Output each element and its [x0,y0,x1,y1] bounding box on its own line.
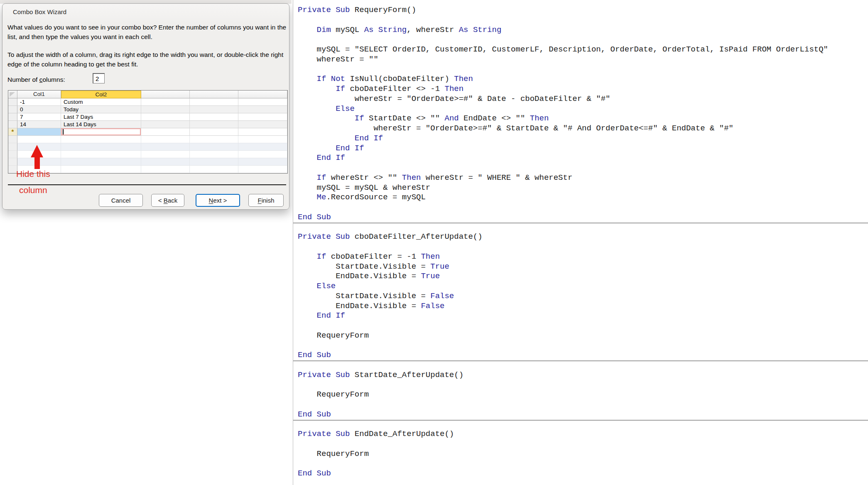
code-line[interactable] [298,380,868,390]
grid-cell[interactable] [238,128,287,136]
grid-cell[interactable] [141,98,190,106]
column-header-col2[interactable]: Col2 [61,91,141,98]
grid-cell[interactable] [141,113,190,121]
grid-cell[interactable] [141,128,190,136]
code-line[interactable]: If cboDateFilter <> -1 Then [298,84,868,94]
code-line[interactable] [298,439,868,449]
grid-cell[interactable]: 14 [17,121,61,128]
code-line[interactable] [298,65,868,75]
select-all-corner-icon[interactable] [8,91,17,98]
code-line[interactable] [298,15,868,25]
grid-cell[interactable]: 7 [17,113,61,121]
code-line[interactable]: Else [298,104,868,114]
code-line[interactable]: If whereStr <> "" Then whereStr = " WHER… [298,173,868,183]
code-line[interactable]: mySQL = "SELECT OrderID, CustomerID, Cus… [298,45,868,55]
grid-cell[interactable] [238,98,287,106]
grid-cell[interactable]: Last 7 Days [61,113,141,121]
code-line[interactable]: StartDate.Visible = True [298,262,868,272]
cancel-button[interactable]: Cancel [99,194,143,207]
code-line[interactable]: whereStr = "" [298,55,868,65]
grid-cell[interactable] [190,98,238,106]
procedure-separator[interactable] [293,420,868,430]
code-line[interactable] [298,459,868,469]
code-line[interactable] [298,400,868,410]
column-header-col1[interactable]: Col1 [17,91,61,98]
code-line[interactable]: whereStr = "OrderDate>=#" & StartDate & … [298,124,868,134]
code-line[interactable]: Me.RecordSource = mySQL [298,193,868,203]
grid-empty-cell [141,151,190,158]
vba-code-panel[interactable]: Private Sub RequeryForm() Dim mySQL As S… [293,0,868,485]
grid-empty-cell [190,151,238,158]
code-line[interactable]: RequeryForm [298,449,868,459]
column-header-empty[interactable] [141,91,190,98]
dialog-title: Combo Box Wizard [13,8,66,15]
code-line[interactable]: End If [298,144,868,154]
procedure-separator[interactable] [293,223,868,233]
code-line[interactable]: EndDate.Visible = True [298,272,868,282]
grid-cell[interactable] [141,121,190,128]
number-of-columns-input[interactable] [93,73,105,83]
grid-cell[interactable] [141,106,190,113]
code-line[interactable]: Private Sub cboDateFilter_AfterUpdate() [298,232,868,242]
grid-cell[interactable]: -1 [17,98,61,106]
grid-cell[interactable] [190,106,238,113]
code-line[interactable] [298,341,868,351]
row-selector[interactable] [8,98,17,106]
next-button[interactable]: Next > [196,194,240,207]
code-line[interactable]: End Sub [298,469,868,479]
grid-empty-row [8,158,287,166]
code-line[interactable]: Private Sub StartDate_AfterUpdate() [298,370,868,380]
code-line[interactable]: Private Sub RequeryForm() [298,5,868,15]
code-line[interactable]: End Sub [298,350,868,360]
code-line[interactable] [298,163,868,173]
grid-cell-editing[interactable] [61,128,141,136]
grid-empty-cell [61,143,141,151]
code-line[interactable]: End Sub [298,213,868,223]
code-line[interactable]: If StartDate <> "" And EndDate <> "" The… [298,114,868,124]
column-header-empty[interactable] [190,91,238,98]
grid-cell[interactable]: 0 [17,106,61,113]
grid-cell[interactable] [190,121,238,128]
code-line[interactable]: RequeryForm [298,390,868,400]
grid-cell[interactable] [238,106,287,113]
back-button[interactable]: < Back [151,194,184,207]
code-line[interactable]: EndDate.Visible = False [298,301,868,311]
code-line[interactable]: mySQL = mySQL & whereStr [298,183,868,193]
code-line[interactable]: End Sub [298,410,868,420]
code-line[interactable]: whereStr = "OrderDate>=#" & Date - cboDa… [298,94,868,104]
column-header-empty[interactable] [238,91,287,98]
procedure-separator[interactable] [293,360,868,370]
grid-empty-row [8,166,287,173]
grid-empty-cell [61,136,141,143]
row-selector[interactable] [8,106,17,113]
row-selector[interactable] [8,121,17,128]
code-line[interactable]: If Not IsNull(cboDateFilter) Then [298,74,868,84]
code-line[interactable] [298,242,868,252]
code-line[interactable]: Private Sub EndDate_AfterUpdate() [298,429,868,439]
dialog-instructions-2: To adjust the width of a column, drag it… [7,50,288,69]
finish-button[interactable]: Finish [248,194,284,207]
grid-cell[interactable] [238,113,287,121]
code-line[interactable]: End If [298,153,868,163]
code-line[interactable]: End If [298,311,868,321]
code-line[interactable]: Else [298,282,868,291]
grid-cell[interactable]: Today [61,106,141,113]
grid-cell[interactable] [190,113,238,121]
grid-cell-selected[interactable] [17,128,61,136]
grid-cell[interactable] [190,128,238,136]
combo-box-wizard-dialog: Combo Box Wizard What values do you want… [2,3,289,210]
code-line[interactable] [298,203,868,213]
code-line[interactable]: If cboDateFilter = -1 Then [298,252,868,262]
combo-values-grid[interactable]: Col1Col2-1Custom0Today7Last 7 Days14Last… [8,90,288,174]
code-line[interactable]: RequeryForm [298,331,868,341]
row-selector[interactable] [8,113,17,121]
grid-cell[interactable] [238,121,287,128]
code-line[interactable]: Dim mySQL As String, whereStr As String [298,25,868,35]
grid-empty-cell [61,166,141,173]
grid-cell[interactable]: Custom [61,98,141,106]
code-line[interactable] [298,321,868,331]
grid-cell[interactable]: Last 14 Days [61,121,141,128]
code-line[interactable]: End If [298,134,868,144]
code-line[interactable]: StartDate.Visible = False [298,291,868,301]
code-line[interactable] [298,35,868,45]
